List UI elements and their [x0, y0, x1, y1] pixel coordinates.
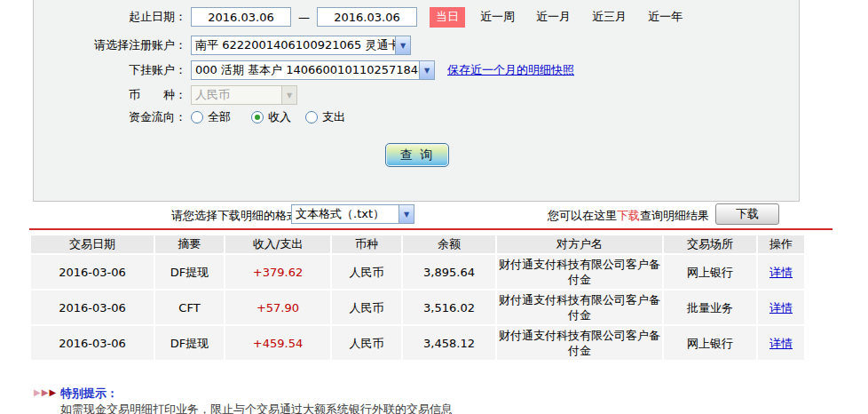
register-account-value: 南平 6222001406100921065 灵通卡: [192, 37, 395, 53]
detail-link[interactable]: 详情: [769, 337, 793, 350]
cell-counterparty: 财付通支付科技有限公司客户备付金: [497, 291, 662, 324]
header-counterparty: 对方户名: [497, 235, 662, 253]
chevron-down-icon: ▼: [398, 205, 414, 223]
cell-summary: DF提现: [155, 326, 224, 360]
save-snapshot-link[interactable]: 保存近一个月的明细快照: [447, 62, 574, 78]
quick-range-today-button[interactable]: 当日: [430, 7, 465, 28]
register-account-select[interactable]: 南平 6222001406100921065 灵通卡 ▼: [191, 36, 411, 55]
cell-action: 详情: [758, 291, 804, 324]
chevron-down-icon: ▼: [419, 61, 434, 79]
cell-balance: 3,516.02: [403, 291, 495, 324]
cell-summary: DF提现: [155, 255, 224, 289]
date-range-label: 起止日期：: [34, 9, 186, 25]
download-format-label: 请您选择下载明细的格式: [171, 208, 298, 224]
quick-range-week-button[interactable]: 近一周: [480, 9, 515, 25]
cell-date: 2016-03-06: [31, 255, 154, 289]
table-row: 2016-03-06 DF提现 +459.54 人民币 3,458.12 财付通…: [31, 326, 804, 360]
fund-flow-row: 资金流向： 全部 收入 支出: [34, 107, 345, 127]
date-range-row: 起止日期： — 当日 近一周 近一月 近三月 近一年: [34, 7, 683, 27]
header-summary: 摘要: [155, 235, 224, 253]
fund-flow-option-income-label: 收入: [268, 109, 291, 125]
sub-account-row: 下挂账户： 000 活期 基本户 1406600101102571848 ▼ 保…: [34, 60, 574, 80]
register-account-label: 请选择注册账户：: [34, 37, 186, 53]
table-row: 2016-03-06 CFT +57.90 人民币 3,516.02 财付通支付…: [31, 291, 804, 324]
fund-flow-option-expense[interactable]: 支出: [305, 109, 345, 125]
currency-row: 币 种： 人民币 ▼: [34, 85, 297, 105]
cell-channel: 网上银行: [664, 255, 756, 289]
fund-flow-label: 资金流向：: [34, 109, 186, 125]
quick-range-month-button[interactable]: 近一月: [536, 9, 571, 25]
special-tip-text: 如需现金交易明细打印业务，限止与个交易通过大额系统银行外联的交易信息: [60, 403, 453, 414]
header-balance: 余额: [403, 235, 495, 253]
table-top-divider: [29, 228, 832, 230]
quick-range-3months-button[interactable]: 近三月: [592, 9, 627, 25]
query-button[interactable]: 查 询: [385, 143, 449, 167]
register-account-row: 请选择注册账户： 南平 6222001406100921065 灵通卡 ▼: [34, 36, 411, 55]
radio-checked-icon: [251, 111, 264, 123]
cell-amount: +57.90: [225, 291, 330, 324]
fund-flow-option-income[interactable]: 收入: [251, 109, 291, 125]
download-hint: 您可以在这里下载查询明细结果: [548, 208, 709, 224]
sub-account-value: 000 活期 基本户 1406600101102571848: [192, 62, 419, 78]
header-channel: 交易场所: [664, 235, 756, 253]
cell-channel: 网上银行: [664, 326, 756, 360]
cell-currency: 人民币: [332, 291, 401, 324]
cell-balance: 3,458.12: [403, 326, 495, 360]
date-range-separator: —: [298, 11, 310, 24]
cell-amount: +459.54: [225, 326, 330, 360]
cell-currency: 人民币: [332, 326, 401, 360]
cell-counterparty: 财付通支付科技有限公司客户备付金: [497, 326, 662, 360]
fund-flow-option-expense-label: 支出: [322, 109, 345, 125]
table-row: 2016-03-06 DF提现 +379.62 人民币 3,895.64 财付通…: [31, 255, 804, 289]
header-currency: 币种: [332, 235, 401, 253]
sub-account-label: 下挂账户：: [34, 62, 186, 78]
query-form-panel: 起止日期： — 当日 近一周 近一月 近三月 近一年 请选择注册账户： 南平 6…: [33, 0, 800, 202]
special-tip-title: 特别提示：: [60, 386, 118, 402]
cell-counterparty: 财付通支付科技有限公司客户备付金: [497, 255, 662, 289]
cell-action: 详情: [758, 326, 804, 360]
cell-action: 详情: [758, 255, 804, 289]
radio-unchecked-icon: [305, 111, 318, 123]
radio-unchecked-icon: [191, 111, 203, 123]
download-hint-suffix: 查询明细结果: [640, 209, 709, 222]
triple-arrow-icon: ▶▶▶: [34, 387, 57, 397]
cell-date: 2016-03-06: [31, 326, 154, 360]
download-format-value: 文本格式（.txt）: [292, 206, 398, 222]
fund-flow-option-all[interactable]: 全部: [191, 109, 231, 125]
detail-link[interactable]: 详情: [769, 301, 793, 314]
header-amount: 收入/支出: [225, 235, 330, 253]
cell-balance: 3,895.64: [403, 255, 495, 289]
quick-range-year-button[interactable]: 近一年: [648, 9, 683, 25]
detail-link[interactable]: 详情: [769, 266, 793, 279]
start-date-input[interactable]: [191, 7, 291, 27]
chevron-down-icon: ▼: [281, 86, 296, 104]
download-format-select[interactable]: 文本格式（.txt） ▼: [291, 204, 414, 224]
cell-date: 2016-03-06: [31, 291, 154, 324]
cell-amount: +379.62: [225, 255, 330, 289]
header-action: 操作: [758, 235, 804, 253]
currency-label: 币 种：: [34, 87, 186, 103]
download-button[interactable]: 下载: [715, 203, 779, 225]
fund-flow-option-all-label: 全部: [208, 109, 231, 125]
transaction-table: 交易日期 摘要 收入/支出 币种 余额 对方户名 交易场所 操作 2016-03…: [29, 234, 806, 362]
cell-currency: 人民币: [332, 255, 401, 289]
download-hint-link[interactable]: 下载: [617, 209, 640, 222]
currency-value: 人民币: [192, 87, 281, 103]
sub-account-select[interactable]: 000 活期 基本户 1406600101102571848 ▼: [191, 60, 435, 80]
currency-select: 人民币 ▼: [191, 85, 297, 105]
header-date: 交易日期: [31, 235, 154, 253]
chevron-down-icon: ▼: [395, 36, 410, 54]
end-date-input[interactable]: [317, 7, 417, 27]
cell-channel: 批量业务: [664, 291, 756, 324]
cell-summary: CFT: [155, 291, 224, 324]
download-hint-prefix: 您可以在这里: [548, 209, 617, 222]
table-header-row: 交易日期 摘要 收入/支出 币种 余额 对方户名 交易场所 操作: [31, 235, 804, 253]
